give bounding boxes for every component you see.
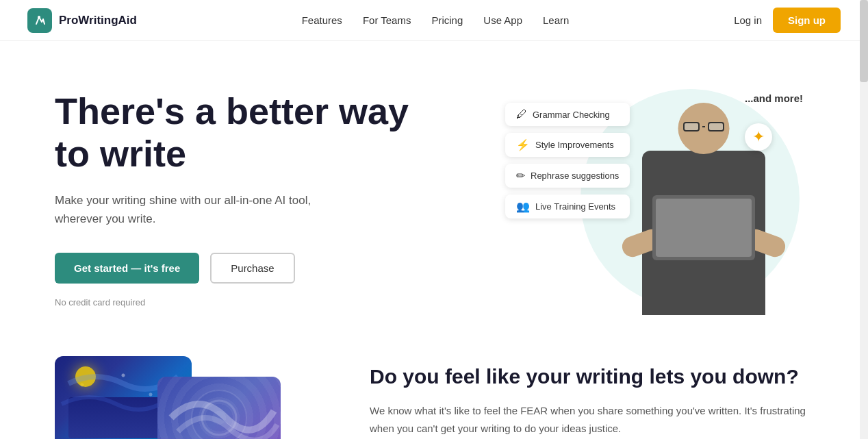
chip-training-label: Live Training Events — [535, 201, 615, 212]
nav-for-teams[interactable]: For Teams — [363, 14, 411, 26]
signup-button[interactable]: Sign up — [773, 8, 841, 33]
logo-icon — [27, 8, 52, 33]
purple-image — [157, 377, 281, 439]
person-glasses — [680, 122, 728, 131]
nav-links: Features For Teams Pricing Use App Learn — [302, 14, 570, 26]
chip-grammar-label: Grammar Checking — [533, 110, 610, 120]
scrollbar-thumb[interactable] — [860, 0, 868, 82]
and-more-text: ...and more! — [745, 92, 803, 104]
section-title: Do you feel like your writing lets you d… — [370, 363, 813, 390]
login-button[interactable]: Log in — [734, 14, 762, 26]
chip-rephrase-label: Rephrase suggestions — [531, 171, 619, 181]
nav-features[interactable]: Features — [302, 14, 342, 26]
hero-left: There's a better way to write Make your … — [55, 90, 411, 308]
star-badge: ✦ — [745, 123, 772, 151]
chip-grammar: 🖊 Grammar Checking — [505, 103, 630, 126]
bottom-section: My idea in my head Do you feel like your… — [0, 342, 868, 439]
hero-subtitle: Make your writing shine with our all-in-… — [55, 191, 342, 228]
hero-section: There's a better way to write Make your … — [0, 41, 868, 342]
hero-title: There's a better way to write — [55, 90, 411, 175]
chip-style-label: Style Improvements — [535, 140, 614, 150]
chip-style: ⚡ Style Improvements — [505, 133, 630, 157]
nav-actions: Log in Sign up — [734, 8, 841, 33]
scrollbar[interactable] — [860, 0, 868, 439]
bottom-text: Do you feel like your writing lets you d… — [370, 356, 813, 437]
purchase-button[interactable]: Purchase — [210, 253, 294, 284]
svg-point-1 — [38, 16, 40, 18]
logo[interactable]: ProWritingAid — [27, 8, 137, 33]
nav-pricing[interactable]: Pricing — [431, 14, 463, 26]
hero-illustration: ...and more! ✦ 🖊 Grammar Checking ⚡ Styl… — [505, 82, 813, 315]
nav-learn[interactable]: Learn — [543, 14, 569, 26]
feature-chips: 🖊 Grammar Checking ⚡ Style Improvements … — [505, 103, 630, 218]
chip-rephrase-icon: ✏ — [516, 169, 525, 182]
get-started-button[interactable]: Get started — it's free — [55, 253, 199, 284]
chip-style-icon: ⚡ — [516, 138, 530, 151]
chip-training-icon: 👥 — [516, 200, 530, 213]
chip-rephrase: ✏ Rephrase suggestions — [505, 164, 630, 188]
chip-training: 👥 Live Training Events — [505, 195, 630, 218]
svg-rect-0 — [32, 13, 47, 28]
section-body: We know what it's like to feel the FEAR … — [370, 402, 813, 437]
bottom-image-area: My idea in my head — [55, 356, 315, 439]
chip-grammar-icon: 🖊 — [516, 108, 527, 121]
no-credit-text: No credit card required — [55, 297, 411, 308]
nav-use-app[interactable]: Use App — [483, 14, 522, 26]
brand-name: ProWritingAid — [59, 14, 137, 27]
person-laptop — [652, 195, 755, 260]
hero-buttons: Get started — it's free Purchase — [55, 253, 411, 284]
navbar: ProWritingAid Features For Teams Pricing… — [0, 0, 868, 41]
